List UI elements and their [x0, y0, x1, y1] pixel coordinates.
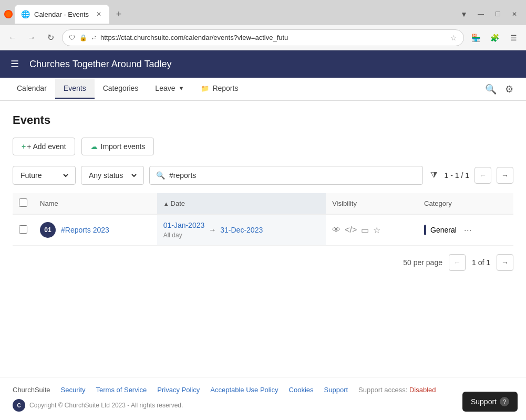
bottom-pagination: 50 per page ← 1 of 1 →	[13, 246, 513, 271]
app-wrapper: ☰ Churches Together Around Tadley Calend…	[0, 50, 526, 420]
tab-calendar[interactable]: Calendar	[8, 79, 55, 99]
lock-icon: 🔒	[79, 34, 87, 41]
bookmark-icon[interactable]: ☆	[450, 34, 457, 42]
add-event-label: + Add event	[27, 142, 66, 151]
add-event-button[interactable]: + + Add event	[13, 138, 75, 155]
tab-bar: 🌐 Calendar - Events ✕ + ▼ — ☐ ✕	[0, 0, 526, 25]
th-date-label: Date	[171, 200, 185, 207]
date-end: 31-Dec-2023	[220, 226, 263, 234]
th-category: Category	[418, 193, 513, 214]
tab-reports[interactable]: 📁 Reports	[192, 79, 246, 99]
tablet-icon[interactable]: ▭	[361, 225, 369, 235]
date-filter[interactable]: Future Past All	[13, 166, 76, 185]
events-table: Name ▲ Date Visibility Category	[13, 193, 513, 246]
footer-link-privacy[interactable]: Privacy Policy	[157, 386, 200, 394]
import-events-label: Import events	[101, 142, 146, 151]
bookmarks-button[interactable]: 🏪	[468, 30, 483, 45]
footer-link-terms[interactable]: Terms of Service	[96, 386, 147, 394]
support-button-label: Support	[471, 397, 497, 406]
extensions-button[interactable]: 🧩	[487, 30, 502, 45]
window-controls: — ☐ ✕	[473, 8, 522, 20]
bottom-prev-button[interactable]: ←	[449, 254, 466, 271]
footer-link-cookies[interactable]: Cookies	[289, 386, 314, 394]
menu-button[interactable]: ☰	[506, 30, 521, 45]
eye-icon[interactable]: 👁	[332, 225, 341, 235]
select-all-checkbox[interactable]	[19, 198, 27, 207]
tab-leave[interactable]: Leave ▼	[147, 79, 192, 99]
row-category-cell: General ···	[418, 214, 513, 246]
status-filter-select[interactable]: Any status Active Inactive	[87, 171, 138, 180]
app-title: Churches Together Around Tadley	[29, 59, 172, 70]
search-box-icon: 🔍	[156, 171, 165, 180]
bottom-next-button[interactable]: →	[497, 254, 513, 271]
settings-nav-button[interactable]: ⚙	[501, 79, 518, 99]
browser-icon	[4, 10, 13, 18]
leave-label: Leave	[155, 84, 175, 92]
tab-list-button[interactable]: ▼	[457, 7, 471, 22]
nav-tabs: Calendar Events Categories Leave ▼ 📁 Rep…	[0, 78, 526, 101]
status-filter[interactable]: Any status Active Inactive	[81, 166, 144, 185]
security-shield-icon: 🛡	[69, 34, 75, 41]
new-tab-button[interactable]: +	[111, 7, 126, 22]
tab-close-button[interactable]: ✕	[95, 10, 103, 18]
footer-logo: C	[13, 399, 25, 412]
row-date-cell: 01-Jan-2023 All day → 31-Dec-2023	[157, 214, 326, 246]
row-more-button[interactable]: ···	[461, 224, 475, 237]
star-icon[interactable]: ☆	[373, 225, 380, 235]
back-button[interactable]: ←	[5, 30, 20, 45]
active-tab[interactable]: 🌐 Calendar - Events ✕	[15, 5, 109, 24]
reports-label: Reports	[212, 84, 238, 92]
th-date[interactable]: ▲ Date	[157, 193, 326, 214]
event-number-text: 01	[44, 226, 51, 234]
cloud-upload-icon: ☁	[90, 142, 98, 151]
date-filter-select[interactable]: Future Past All	[18, 171, 70, 180]
sort-asc-icon: ▲	[163, 201, 171, 207]
search-nav-button[interactable]: 🔍	[481, 79, 501, 99]
footer-link-support[interactable]: Support	[324, 386, 348, 394]
search-box[interactable]: 🔍	[149, 166, 423, 185]
footer-link-churchsuite[interactable]: ChurchSuite	[13, 386, 50, 394]
import-events-button[interactable]: ☁ Import events	[81, 138, 154, 155]
table-row: 01 #Reports 2023 01-Jan-2023	[13, 214, 513, 246]
support-question-icon: ?	[500, 397, 509, 406]
th-category-label: Category	[424, 200, 452, 207]
minimize-button[interactable]: —	[473, 8, 488, 20]
per-page-label: 50 per page	[403, 258, 442, 267]
search-input[interactable]	[169, 171, 416, 180]
leave-dropdown-icon: ▼	[179, 85, 184, 91]
reload-button[interactable]: ↻	[43, 30, 58, 45]
footer-link-acceptable-use[interactable]: Acceptable Use Policy	[210, 386, 278, 394]
th-checkbox	[13, 193, 34, 214]
support-access-label: Support access:	[358, 386, 407, 394]
url-display: https://ctat.churchsuite.com/calendar/ev…	[100, 34, 446, 41]
nav-bar: ← → ↻ 🛡 🔒 ⇌ https://ctat.churchsuite.com…	[0, 25, 526, 50]
tab-title: Calendar - Events	[34, 10, 89, 18]
hamburger-menu-button[interactable]: ☰	[8, 56, 21, 72]
footer-link-security[interactable]: Security	[61, 386, 86, 394]
support-floating-button[interactable]: Support ?	[462, 392, 518, 412]
th-name-label: Name	[40, 200, 58, 207]
row-checkbox[interactable]	[19, 225, 27, 234]
address-bar[interactable]: 🛡 🔒 ⇌ https://ctat.churchsuite.com/calen…	[62, 29, 464, 46]
tab-categories[interactable]: Categories	[95, 79, 147, 99]
next-page-button[interactable]: →	[497, 167, 513, 184]
forward-button[interactable]: →	[24, 30, 39, 45]
th-name: Name	[34, 193, 157, 214]
browser-window: 🌐 Calendar - Events ✕ + ▼ — ☐ ✕ ← → ↻ 🛡 …	[0, 0, 526, 420]
th-visibility-label: Visibility	[332, 200, 357, 207]
main-content: Events + + Add event ☁ Import events Fut…	[0, 101, 526, 377]
footer-copyright: C Copyright © ChurchSuite Ltd 2023 - All…	[13, 399, 513, 412]
maximize-button[interactable]: ☐	[490, 8, 505, 20]
plus-icon: +	[22, 142, 26, 151]
footer-support-access: Support access: Disabled	[358, 386, 436, 394]
close-button[interactable]: ✕	[507, 8, 522, 20]
tab-events[interactable]: Events	[55, 79, 95, 99]
embed-icon[interactable]: </>	[345, 225, 357, 235]
prev-page-button[interactable]: ←	[475, 167, 491, 184]
date-range-arrow-icon: →	[209, 226, 216, 234]
footer-links: ChurchSuite Security Terms of Service Pr…	[13, 386, 513, 394]
copyright-text: Copyright © ChurchSuite Ltd 2023 - All r…	[29, 402, 183, 409]
event-name-link[interactable]: #Reports 2023	[61, 226, 109, 234]
filter-funnel-button[interactable]: ⧩	[428, 169, 439, 182]
toolbar: + + Add event ☁ Import events	[13, 138, 513, 155]
